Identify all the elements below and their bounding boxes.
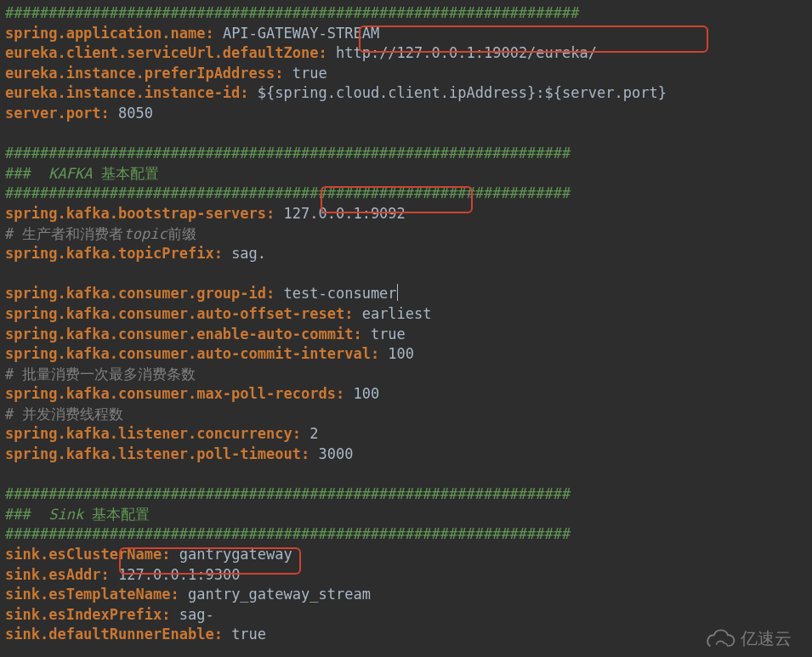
prop-key: spring.kafka.consumer.auto-commit-interv… bbox=[5, 345, 371, 362]
prop-value: 100 bbox=[388, 345, 414, 362]
prop-key: sink.defaultRunnerEnable bbox=[5, 626, 214, 643]
prop-key: sink.esClusterName bbox=[5, 546, 162, 563]
prop-value: 8050 bbox=[118, 105, 153, 122]
prop-key: sink.esTemplateName bbox=[5, 586, 170, 603]
section-divider: ########################################… bbox=[5, 184, 571, 201]
prop-value: test-consumer bbox=[284, 285, 397, 302]
prop-key: eureka.instance.preferIpAddress bbox=[5, 65, 275, 82]
prop-value: gantrygateway bbox=[179, 546, 292, 563]
prop-value: true bbox=[292, 65, 327, 82]
prop-key: server.port bbox=[5, 105, 101, 122]
comment-line: # 批量消费一次最多消费条数 bbox=[5, 365, 196, 382]
prop-value: earliest bbox=[362, 305, 432, 322]
prop-key: spring.kafka.listener.concurrency bbox=[5, 425, 292, 442]
prop-key: sink.esIndexPrefix bbox=[5, 606, 162, 623]
prop-key: spring.kafka.consumer.group-id bbox=[5, 285, 266, 302]
prop-value: API-GATEWAY-STREAM bbox=[223, 25, 379, 42]
prop-value-kafka-servers: 127.0.0.1:9092 bbox=[284, 205, 406, 222]
config-file-content: ########################################… bbox=[0, 0, 812, 650]
text-cursor bbox=[397, 284, 398, 301]
section-divider: ########################################… bbox=[5, 525, 571, 542]
prop-value: sag. bbox=[231, 245, 266, 262]
prop-value: 3000 bbox=[318, 445, 353, 462]
section-divider: ########################################… bbox=[5, 485, 571, 502]
watermark-text: 亿速云 bbox=[741, 629, 792, 649]
prop-value: gantry_gateway_stream bbox=[188, 586, 371, 603]
cloud-icon bbox=[703, 626, 735, 652]
prop-key: spring.application.name bbox=[5, 25, 205, 42]
prop-key: spring.kafka.bootstrap-servers bbox=[5, 205, 266, 222]
watermark: 亿速云 bbox=[703, 625, 805, 654]
prop-key: spring.kafka.topicPrefix bbox=[5, 245, 214, 262]
prop-key: eureka.instance.instance-id bbox=[5, 84, 240, 101]
prop-key: eureka.client.serviceUrl.defaultZone bbox=[5, 44, 318, 61]
section-divider: ########################################… bbox=[5, 144, 571, 161]
prop-key: spring.kafka.consumer.auto-offset-reset bbox=[5, 305, 344, 322]
prop-value-eureka-url: http://127.0.0.1:19002/eureka/ bbox=[336, 44, 597, 61]
divider-line: ########################################… bbox=[5, 4, 580, 21]
prop-key: sink.esAddr bbox=[5, 566, 101, 583]
prop-value-es-addr: 127.0.0.1:9300 bbox=[118, 566, 240, 583]
prop-value: sag- bbox=[179, 606, 214, 623]
section-title-sink: Sink bbox=[48, 506, 83, 523]
prop-value: 100 bbox=[353, 385, 379, 402]
comment-line: # 并发消费线程数 bbox=[5, 405, 123, 422]
prop-value: 2 bbox=[309, 425, 318, 442]
section-title-kafka: KAFKA bbox=[48, 165, 92, 182]
prop-value: true bbox=[231, 626, 266, 643]
prop-value: true bbox=[371, 326, 406, 343]
prop-value: ${spring.cloud.client.ipAddress}:${serve… bbox=[258, 84, 667, 101]
prop-key: spring.kafka.consumer.max-poll-records bbox=[5, 385, 336, 402]
prop-key: spring.kafka.consumer.enable-auto-commit bbox=[5, 326, 353, 343]
prop-key: spring.kafka.listener.poll-timeout bbox=[5, 445, 301, 462]
